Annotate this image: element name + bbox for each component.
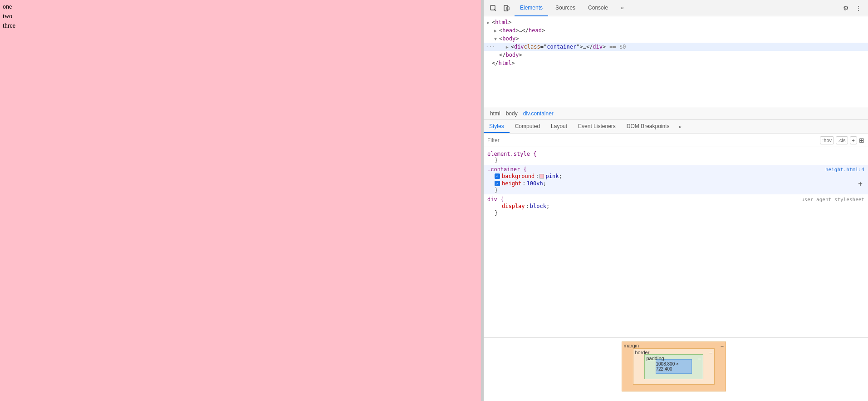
rule-element-style-close: } [487,157,864,163]
styles-filter-bar: :hov .cls + ⊞ [484,134,868,147]
rule-container-source[interactable]: height.html:4 [825,167,864,173]
rule-div-ua-selector: div { [487,196,504,203]
preview-text-two: two [3,11,478,21]
filter-expand-icon[interactable]: ⊞ [859,137,864,144]
rule-div-ua-close: } [487,210,864,216]
rule-element-style: element.style { } [484,150,868,164]
prop-display-name: display [502,203,525,209]
prop-background-value: pink [545,173,559,179]
expand-html-icon[interactable]: ▶ [485,20,491,25]
rule-container-header[interactable]: .container { height.html:4 [487,166,864,173]
box-padding: padding – 1008.800 × 722.400 [644,354,703,379]
prop-height-value: 100vh [527,180,543,187]
elements-tree: ▶ <html> ▶ <head>…</head> ▼ <body> ··· ▶… [484,16,868,107]
box-model-diagram: margin – border – padding – 1008.800 × 7… [622,342,731,391]
rule-container-height-line: height : 100vh ; + [487,180,864,187]
expand-head-icon[interactable]: ▶ [493,28,498,33]
filter-cls-button[interactable]: .cls [836,136,848,144]
prop-display-value: block [530,203,546,209]
margin-label: margin [624,343,639,348]
devtools-panel: Elements Sources Console » ⚙ ⋮ ▶ <html> … [484,0,868,401]
rule-div-display-line: display : block ; [487,203,864,210]
tab-computed[interactable]: Computed [510,120,545,133]
add-property-button[interactable]: + [858,179,863,188]
inspect-element-icon[interactable] [487,2,499,14]
tab-more[interactable]: » [615,0,629,16]
margin-dash: – [721,343,723,348]
prop-background-name: background [502,173,535,179]
tab-layout[interactable]: Layout [545,120,573,133]
filter-add-button[interactable]: + [850,136,857,144]
expand-div-icon[interactable]: ▶ [505,45,510,50]
more-options-icon[interactable]: ⋮ [853,2,864,14]
rule-div-ua-source: user agent stylesheet [801,197,864,203]
box-model-section: margin – border – padding – 1008.800 × 7… [484,337,868,401]
box-margin: margin – border – padding – 1008.800 × 7… [622,342,726,391]
filter-hov-button[interactable]: :hov [820,136,834,144]
tree-div-container[interactable]: ··· ▶ <div class="container" >…</div> ==… [484,43,868,51]
styles-tabs-more[interactable]: » [675,120,686,133]
box-border: border – padding – 1008.800 × 722.400 [633,348,715,385]
styles-tabs-bar: Styles Computed Layout Event Listeners D… [484,120,868,134]
rule-container-selector: .container { [487,166,527,173]
preview-text-three: three [3,21,478,30]
breadcrumb-html[interactable]: html [487,107,503,120]
browser-preview: one two three [0,0,481,401]
box-content-size: 1008.800 × 722.400 [656,361,691,371]
settings-icon[interactable]: ⚙ [840,2,852,14]
breadcrumb-div-container[interactable]: div.container [520,107,556,120]
filter-buttons: :hov .cls + ⊞ [820,136,864,144]
tab-dom-breakpoints[interactable]: DOM Breakpoints [621,120,675,133]
rule-element-style-header[interactable]: element.style { [487,151,864,157]
padding-label: padding [647,356,664,361]
box-content: 1008.800 × 722.400 [656,359,692,374]
rule-div-ua-header[interactable]: div { user agent stylesheet [487,196,864,203]
prop-background-swatch[interactable] [539,174,544,178]
tab-styles[interactable]: Styles [484,120,510,133]
rule-container-background-line: background : pink ; [487,173,864,180]
rule-element-style-selector: element.style { [487,151,536,157]
tree-head[interactable]: ▶ <head>…</head> [484,26,868,35]
styles-content: element.style { } .container { height.ht… [484,147,868,337]
tab-event-listeners[interactable]: Event Listeners [573,120,621,133]
rule-div-ua: div { user agent stylesheet display : bl… [484,195,868,217]
tree-html[interactable]: ▶ <html> [484,18,868,26]
prop-height-name: height [502,180,521,187]
styles-filter-input[interactable] [487,137,817,144]
border-dash: – [709,350,712,355]
devtools-toolbar: Elements Sources Console » ⚙ ⋮ [484,0,868,16]
tab-console[interactable]: Console [583,0,613,16]
rule-container-close: } [487,187,864,193]
tree-body[interactable]: ▼ <body> [484,35,868,43]
rule-container: .container { height.html:4 background : … [484,165,868,194]
tab-sources[interactable]: Sources [550,0,581,16]
device-toolbar-icon[interactable] [501,2,513,14]
preview-text-one: one [3,2,478,11]
tab-elements[interactable]: Elements [515,0,548,16]
padding-dash: – [698,356,701,361]
prop-background-checkbox[interactable] [495,173,500,179]
tree-html-close[interactable]: </html> [484,59,868,67]
prop-height-checkbox[interactable] [495,181,500,186]
tree-body-close[interactable]: </body> [484,51,868,59]
breadcrumb-body[interactable]: body [503,107,520,120]
expand-body-icon[interactable]: ▼ [493,36,498,41]
breadcrumb: html body div.container [484,107,868,120]
